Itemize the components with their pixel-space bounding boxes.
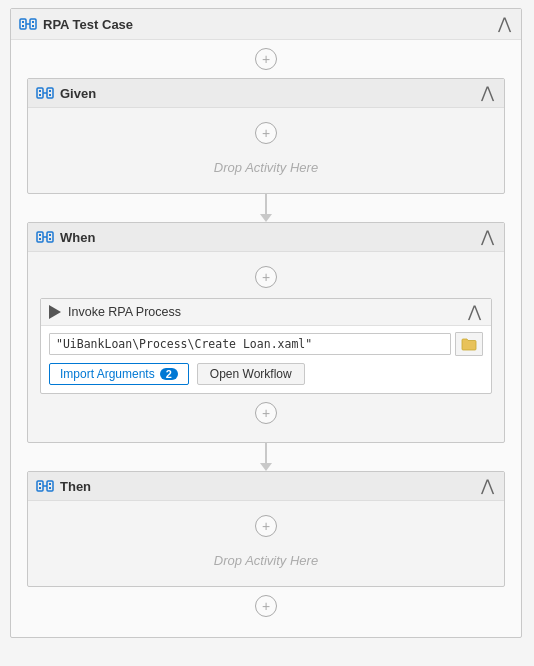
connector-line-1 bbox=[265, 194, 267, 214]
import-count-badge: 2 bbox=[160, 368, 178, 380]
svg-rect-8 bbox=[47, 88, 53, 98]
import-arguments-button[interactable]: Import Arguments 2 bbox=[49, 363, 189, 385]
svg-rect-10 bbox=[39, 90, 41, 92]
rpa-icon bbox=[19, 15, 37, 33]
import-label: Import Arguments bbox=[60, 367, 155, 381]
top-add-connector[interactable]: + bbox=[255, 48, 277, 70]
when-title: When bbox=[60, 230, 95, 245]
file-path-input[interactable] bbox=[49, 333, 451, 355]
svg-rect-28 bbox=[39, 487, 41, 489]
then-drop-text: Drop Activity Here bbox=[214, 553, 318, 568]
file-path-row bbox=[49, 332, 483, 356]
activity-header-left: Invoke RPA Process bbox=[49, 305, 181, 319]
then-body: + Drop Activity Here bbox=[28, 501, 504, 586]
given-header: Given ⋀ bbox=[28, 79, 504, 108]
svg-rect-15 bbox=[37, 232, 43, 242]
svg-rect-11 bbox=[49, 90, 51, 92]
then-section: Then ⋀ + Drop Activity Here bbox=[27, 471, 505, 587]
then-add-connector[interactable]: + bbox=[255, 515, 277, 537]
when-bottom-add-connector[interactable]: + bbox=[255, 402, 277, 424]
svg-rect-19 bbox=[49, 234, 51, 236]
activity-collapse-button[interactable]: ⋀ bbox=[466, 304, 483, 320]
given-collapse-button[interactable]: ⋀ bbox=[479, 85, 496, 101]
given-add-connector[interactable]: + bbox=[255, 122, 277, 144]
when-collapse-button[interactable]: ⋀ bbox=[479, 229, 496, 245]
rpa-test-case-block: RPA Test Case ⋀ + bbox=[10, 8, 522, 638]
svg-rect-7 bbox=[37, 88, 43, 98]
when-body: + Invoke RPA Process ⋀ bbox=[28, 252, 504, 442]
then-collapse-button[interactable]: ⋀ bbox=[479, 478, 496, 494]
svg-rect-26 bbox=[39, 483, 41, 485]
outer-body: + bbox=[11, 40, 521, 637]
svg-rect-23 bbox=[37, 481, 43, 491]
svg-rect-6 bbox=[32, 25, 34, 27]
arrow-down-2 bbox=[260, 463, 272, 471]
svg-rect-12 bbox=[39, 94, 41, 96]
given-icon bbox=[36, 84, 54, 102]
svg-marker-14 bbox=[260, 214, 272, 222]
given-header-left: Given bbox=[36, 84, 96, 102]
invoke-rpa-card: Invoke RPA Process ⋀ bbox=[40, 298, 492, 394]
svg-rect-20 bbox=[39, 238, 41, 240]
outer-header-left: RPA Test Case bbox=[19, 15, 133, 33]
connector-line-2 bbox=[265, 443, 267, 463]
svg-rect-0 bbox=[20, 19, 26, 29]
activity-body: Import Arguments 2 Open Workflow bbox=[41, 326, 491, 393]
activity-actions: Import Arguments 2 Open Workflow bbox=[49, 363, 483, 385]
outer-header: RPA Test Case ⋀ bbox=[11, 9, 521, 40]
svg-rect-4 bbox=[32, 21, 34, 23]
given-drop-text: Drop Activity Here bbox=[214, 160, 318, 175]
when-icon bbox=[36, 228, 54, 246]
outer-block-title: RPA Test Case bbox=[43, 17, 133, 32]
svg-rect-18 bbox=[39, 234, 41, 236]
svg-rect-3 bbox=[22, 21, 24, 23]
folder-button[interactable] bbox=[455, 332, 483, 356]
folder-icon bbox=[461, 338, 477, 351]
play-icon bbox=[49, 305, 61, 319]
svg-rect-27 bbox=[49, 483, 51, 485]
bottom-add-connector[interactable]: + bbox=[255, 595, 277, 617]
open-workflow-button[interactable]: Open Workflow bbox=[197, 363, 305, 385]
outer-collapse-button[interactable]: ⋀ bbox=[496, 16, 513, 32]
when-add-connector[interactable]: + bbox=[255, 266, 277, 288]
svg-rect-24 bbox=[47, 481, 53, 491]
when-header: When ⋀ bbox=[28, 223, 504, 252]
then-header: Then ⋀ bbox=[28, 472, 504, 501]
svg-rect-29 bbox=[49, 487, 51, 489]
then-icon bbox=[36, 477, 54, 495]
given-title: Given bbox=[60, 86, 96, 101]
svg-rect-5 bbox=[22, 25, 24, 27]
activity-title: Invoke RPA Process bbox=[68, 305, 181, 319]
then-title: Then bbox=[60, 479, 91, 494]
svg-rect-13 bbox=[49, 94, 51, 96]
given-drop-area: Drop Activity Here bbox=[214, 152, 318, 183]
activity-header: Invoke RPA Process ⋀ bbox=[41, 299, 491, 326]
given-section: Given ⋀ + Drop Activity Here bbox=[27, 78, 505, 194]
svg-marker-22 bbox=[260, 463, 272, 471]
svg-rect-21 bbox=[49, 238, 51, 240]
arrow-down-1 bbox=[260, 214, 272, 222]
when-section: When ⋀ + Invoke RPA Process ⋀ bbox=[27, 222, 505, 443]
then-header-left: Then bbox=[36, 477, 91, 495]
svg-rect-1 bbox=[30, 19, 36, 29]
when-header-left: When bbox=[36, 228, 95, 246]
svg-rect-16 bbox=[47, 232, 53, 242]
given-body: + Drop Activity Here bbox=[28, 108, 504, 193]
then-drop-area: Drop Activity Here bbox=[214, 545, 318, 576]
